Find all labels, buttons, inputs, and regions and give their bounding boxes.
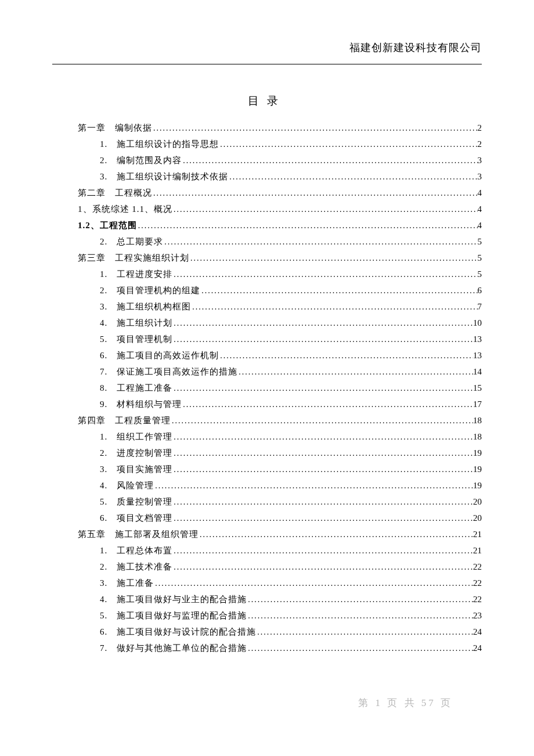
toc-entry-page: 4 xyxy=(478,189,482,197)
toc-entry[interactable]: 2. 进度控制管理19 xyxy=(52,449,482,458)
toc-entry-page: 15 xyxy=(473,384,482,393)
toc-entry-label: 1. 组织工作管理 xyxy=(100,433,172,441)
toc-entry[interactable]: 第四章 工程质量管理18 xyxy=(52,416,482,425)
toc-leader-dots xyxy=(172,514,473,523)
toc-entry[interactable]: 3. 施工组织设计编制技术依据3 xyxy=(52,172,482,181)
toc-entry-page: 21 xyxy=(473,530,482,539)
toc-entry[interactable]: 3. 施工准备22 xyxy=(52,579,482,588)
toc-leader-dots xyxy=(172,336,473,344)
toc-leader-dots xyxy=(172,319,473,327)
toc-entry[interactable]: 4. 风险管理19 xyxy=(52,481,482,490)
toc-entry-label: 2. 编制范围及内容 xyxy=(100,156,182,165)
toc-entry[interactable]: 3. 施工组织机构框图7 xyxy=(52,303,482,311)
toc-leader-dots xyxy=(172,433,473,441)
toc-entry[interactable]: 6. 施工项目的高效运作机制13 xyxy=(52,351,482,360)
header-company-name: 福建创新建设科技有限公司 xyxy=(52,41,482,55)
toc-leader-dots xyxy=(189,254,478,262)
toc-leader-dots xyxy=(199,531,473,539)
toc-entry-label: 6. 施工项目的高效运作机制 xyxy=(100,351,219,360)
toc-entry-page: 20 xyxy=(473,498,482,506)
toc-entry[interactable]: 1.2、工程范围4 xyxy=(52,221,482,230)
toc-entry-page: 19 xyxy=(473,449,482,458)
toc-entry[interactable]: 2. 总工期要求5 xyxy=(52,237,482,246)
toc-entry-page: 4 xyxy=(478,205,482,214)
toc-leader-dots xyxy=(154,482,473,490)
toc-entry[interactable]: 5. 施工项目做好与监理的配合措施23 xyxy=(52,611,482,620)
toc-entry[interactable]: 2. 编制范围及内容3 xyxy=(52,156,482,165)
toc-entry[interactable]: 7. 保证施工项目高效运作的措施14 xyxy=(52,368,482,376)
toc-entry-page: 23 xyxy=(473,611,482,620)
toc-entry-page: 4 xyxy=(478,221,482,230)
toc-entry[interactable]: 6. 项目文档管理20 xyxy=(52,514,482,523)
document-page: 福建创新建设科技有限公司 目录 第一章 编制依据21. 施工组织设计的指导思想2… xyxy=(0,0,534,695)
toc-entry-page: 19 xyxy=(473,481,482,490)
toc-entry-page: 22 xyxy=(473,563,482,571)
toc-entry[interactable]: 3. 项目实施管理19 xyxy=(52,465,482,474)
toc-entry[interactable]: 第三章 工程实施组织计划5 xyxy=(52,254,482,262)
toc-entry-label: 6. 施工项目做好与设计院的配合措施 xyxy=(100,628,256,636)
toc-entry-page: 13 xyxy=(473,351,482,360)
toc-entry-page: 18 xyxy=(473,416,482,425)
toc-leader-dots xyxy=(172,547,473,555)
toc-entry-label: 2. 施工技术准备 xyxy=(100,563,172,571)
toc-leader-dots xyxy=(182,157,477,165)
toc-entry[interactable]: 6. 施工项目做好与设计院的配合措施24 xyxy=(52,628,482,636)
toc-entry[interactable]: 2. 施工技术准备22 xyxy=(52,563,482,571)
toc-leader-dots xyxy=(172,449,473,458)
toc-entry[interactable]: 1、系统综述 1.1、概况4 xyxy=(52,205,482,214)
toc-entry-label: 4. 风险管理 xyxy=(100,481,154,490)
toc-entry-label: 第二章 工程概况 xyxy=(78,189,152,197)
toc-entry-label: 2. 进度控制管理 xyxy=(100,449,172,458)
toc-entry-page: 3 xyxy=(478,156,482,165)
toc-leader-dots xyxy=(182,401,473,409)
toc-entry-label: 7. 做好与其他施工单位的配合措施 xyxy=(100,644,247,653)
toc-entry-page: 24 xyxy=(473,644,482,653)
toc-leader-dots xyxy=(247,612,473,620)
toc-leader-dots xyxy=(163,238,477,246)
toc-entry[interactable]: 9. 材料组织与管理17 xyxy=(52,400,482,409)
toc-entry-page: 5 xyxy=(478,237,482,246)
toc-leader-dots xyxy=(219,352,473,360)
toc-entry-label: 1. 施工组织设计的指导思想 xyxy=(100,140,219,149)
toc-entry-label: 2. 项目管理机构的组建 xyxy=(100,286,200,295)
toc-entry-label: 3. 施工组织设计编制技术依据 xyxy=(100,172,228,181)
toc-leader-dots xyxy=(228,173,477,181)
toc-leader-dots xyxy=(237,368,473,376)
toc-entry[interactable]: 4. 施工组织计划10 xyxy=(52,319,482,327)
toc-leader-dots xyxy=(219,141,477,149)
toc-leader-dots xyxy=(172,563,473,571)
toc-entry-label: 9. 材料组织与管理 xyxy=(100,400,182,409)
toc-entry-page: 22 xyxy=(473,595,482,604)
toc-entry[interactable]: 1. 施工组织设计的指导思想2 xyxy=(52,140,482,149)
toc-entry[interactable]: 第二章 工程概况4 xyxy=(52,189,482,197)
toc-entry-page: 5 xyxy=(478,270,482,279)
toc-leader-dots xyxy=(172,466,473,474)
toc-entry-label: 5. 项目管理机制 xyxy=(100,335,172,344)
header-rule xyxy=(52,64,482,64)
toc-entry-label: 1. 工程进度安排 xyxy=(100,270,172,279)
toc-entry[interactable]: 5. 项目管理机制13 xyxy=(52,335,482,344)
toc-entry[interactable]: 7. 做好与其他施工单位的配合措施24 xyxy=(52,644,482,653)
toc-entry[interactable]: 第一章 编制依据2 xyxy=(52,124,482,132)
table-of-contents: 第一章 编制依据21. 施工组织设计的指导思想22. 编制范围及内容33. 施工… xyxy=(52,124,482,653)
toc-entry-page: 20 xyxy=(473,514,482,523)
toc-entry[interactable]: 5. 质量控制管理20 xyxy=(52,498,482,506)
toc-entry[interactable]: 8. 工程施工准备15 xyxy=(52,384,482,393)
toc-title: 目录 xyxy=(52,93,482,109)
toc-entry-page: 24 xyxy=(473,628,482,636)
page-footer: 第 1 页 共 57 页 xyxy=(358,696,453,710)
toc-leader-dots xyxy=(152,124,478,132)
toc-entry[interactable]: 1. 组织工作管理18 xyxy=(52,433,482,441)
toc-entry[interactable]: 1. 工程总体布置21 xyxy=(52,546,482,555)
toc-entry-label: 3. 施工准备 xyxy=(100,579,154,588)
toc-leader-dots xyxy=(171,417,473,425)
toc-entry-page: 2 xyxy=(478,140,482,149)
toc-entry[interactable]: 2. 项目管理机构的组建6 xyxy=(52,286,482,295)
toc-entry[interactable]: 4. 施工项目做好与业主的配合措施22 xyxy=(52,595,482,604)
toc-entry-label: 第五章 施工部署及组织管理 xyxy=(78,530,199,539)
toc-leader-dots xyxy=(200,287,477,295)
toc-entry-page: 7 xyxy=(478,303,482,311)
toc-entry[interactable]: 第五章 施工部署及组织管理21 xyxy=(52,530,482,539)
toc-entry[interactable]: 1. 工程进度安排5 xyxy=(52,270,482,279)
toc-entry-label: 第三章 工程实施组织计划 xyxy=(78,254,189,262)
